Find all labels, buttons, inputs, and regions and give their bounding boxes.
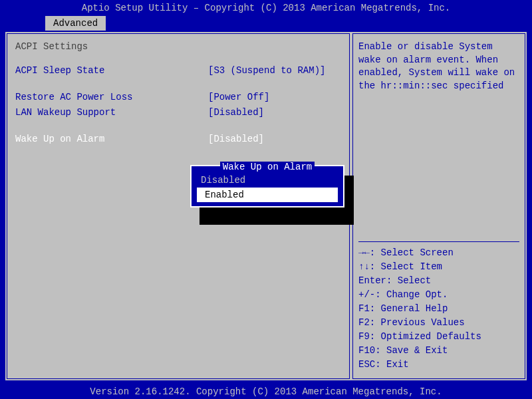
tab-advanced[interactable]: Advanced — [45, 16, 106, 31]
popup-option-enabled[interactable]: Enabled — [197, 188, 338, 202]
hint-esc-exit: ESC: Exit — [358, 358, 519, 372]
footer-text: Version 2.16.1242. Copyright (C) 2013 Am… — [90, 386, 442, 398]
setting-label: Wake Up on Alarm — [15, 133, 208, 145]
popup-option-list: Disabled Enabled — [193, 173, 342, 202]
setting-label: LAN Wakeup Support — [15, 106, 208, 118]
popup-title: Wake Up on Alarm — [192, 161, 343, 173]
setting-lan-wakeup-support[interactable]: LAN Wakeup Support [Disabled] — [15, 106, 341, 118]
setting-value: [Power Off] — [208, 91, 269, 103]
setting-value: [Disabled] — [208, 106, 264, 118]
setting-wake-up-on-alarm[interactable]: Wake Up on Alarm [Disabled] — [15, 133, 341, 145]
header-title: Aptio Setup Utility – Copyright (C) 2013… — [82, 2, 451, 14]
hint-change-opt: +/-: Change Opt. — [358, 288, 519, 302]
setting-acpi-sleep-state[interactable]: ACPI Sleep State [S3 (Suspend to RAM)] — [15, 65, 341, 76]
help-panel: Enable or disable System wake on alarm e… — [352, 33, 525, 379]
tab-row: Advanced — [0, 16, 532, 31]
setting-label: ACPI Sleep State — [15, 65, 208, 76]
key-hints: →←: Select Screen ↑↓: Select Item Enter:… — [358, 246, 519, 372]
hint-select-item: ↑↓: Select Item — [358, 260, 519, 274]
divider — [358, 241, 519, 242]
hint-select-screen: →←: Select Screen — [358, 246, 519, 260]
option-popup: Wake Up on Alarm Disabled Enabled — [190, 165, 344, 207]
help-text: Enable or disable System wake on alarm e… — [358, 41, 519, 92]
section-title: ACPI Settings — [15, 41, 341, 53]
footer-bar: Version 2.16.1242. Copyright (C) 2013 Am… — [0, 384, 532, 399]
setting-restore-ac-power-loss[interactable]: Restore AC Power Loss [Power Off] — [15, 91, 341, 103]
setting-value: [S3 (Suspend to RAM)] — [208, 65, 325, 76]
hint-general-help: F1: General Help — [358, 302, 519, 316]
popup-option-disabled[interactable]: Disabled — [193, 173, 342, 188]
hint-optimized-defaults: F9: Optimized Defaults — [358, 330, 519, 344]
hint-enter-select: Enter: Select — [358, 274, 519, 288]
header-bar: Aptio Setup Utility – Copyright (C) 2013… — [0, 0, 532, 16]
hint-previous-values: F2: Previous Values — [358, 316, 519, 330]
hint-save-exit: F10: Save & Exit — [358, 344, 519, 358]
setting-value: [Disabled] — [208, 133, 264, 145]
setting-label: Restore AC Power Loss — [15, 91, 208, 103]
